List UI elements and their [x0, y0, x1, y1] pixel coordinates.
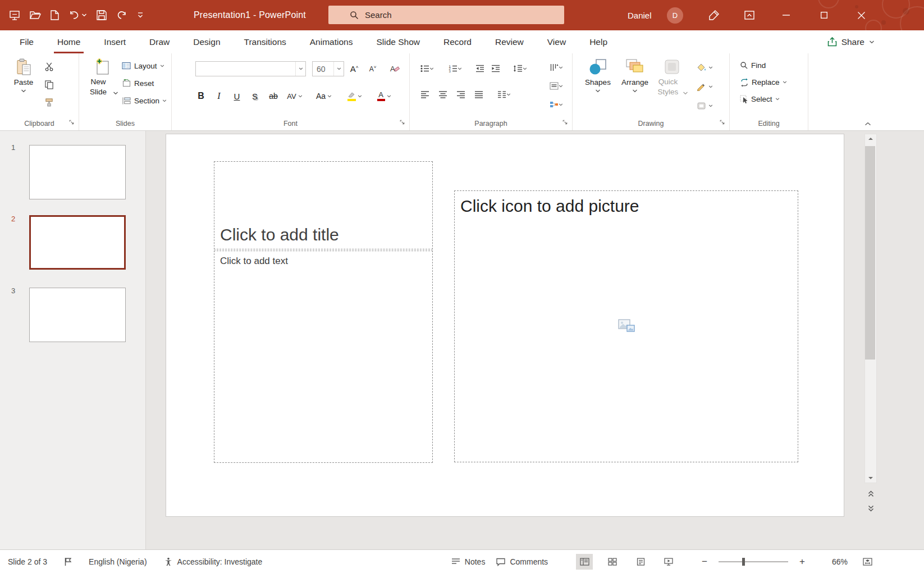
ribbon-display-options-button[interactable]: [736, 0, 763, 30]
reset-button[interactable]: Reset: [122, 76, 167, 90]
view-slide-sorter-button[interactable]: [604, 554, 621, 570]
powerpoint-app-icon[interactable]: [9, 10, 20, 21]
tab-transitions[interactable]: Transitions: [232, 30, 298, 53]
next-slide-button[interactable]: [864, 501, 877, 516]
shape-outline-button[interactable]: [693, 79, 716, 94]
bold-button[interactable]: B: [194, 88, 208, 104]
arrange-button[interactable]: Arrange: [619, 58, 651, 93]
paste-button[interactable]: Paste: [7, 58, 40, 93]
shape-effects-button[interactable]: [693, 98, 716, 113]
tab-draw[interactable]: Draw: [138, 30, 181, 53]
shape-fill-button[interactable]: [693, 60, 716, 75]
layout-button[interactable]: Layout: [122, 59, 167, 73]
align-center-button[interactable]: [436, 87, 450, 102]
view-normal-button[interactable]: [576, 554, 593, 570]
increase-font-size-button[interactable]: A˄: [347, 61, 362, 76]
font-name-dropdown-icon[interactable]: [295, 62, 305, 76]
tab-view[interactable]: View: [536, 30, 578, 53]
zoom-slider-thumb[interactable]: [742, 558, 745, 566]
tab-animations[interactable]: Animations: [298, 30, 365, 53]
new-file-icon[interactable]: [51, 10, 59, 20]
tab-help[interactable]: Help: [578, 30, 619, 53]
change-case-button[interactable]: Aa: [313, 88, 335, 104]
save-icon[interactable]: [97, 10, 107, 20]
tab-slide-show[interactable]: Slide Show: [364, 30, 432, 53]
share-button[interactable]: Share: [827, 30, 875, 53]
text-direction-button[interactable]: [546, 60, 566, 75]
text-highlight-color-button[interactable]: [344, 88, 366, 104]
slide-thumbnail-3[interactable]: [29, 288, 126, 342]
view-slideshow-button[interactable]: [660, 554, 677, 570]
zoom-in-button[interactable]: +: [799, 556, 805, 567]
notes-button[interactable]: Notes: [451, 557, 486, 566]
shapes-button[interactable]: Shapes: [582, 58, 614, 93]
scroll-up-button[interactable]: [864, 134, 877, 144]
close-button[interactable]: [843, 0, 880, 30]
line-spacing-button[interactable]: [510, 61, 530, 76]
scrollbar-thumb[interactable]: [865, 146, 875, 360]
slide-canvas[interactable]: Click to add title Click to add text Cli…: [166, 134, 844, 517]
previous-slide-button[interactable]: [864, 486, 877, 501]
text-shadow-button[interactable]: S: [248, 88, 262, 104]
columns-button[interactable]: [494, 87, 514, 102]
select-button[interactable]: Select: [740, 92, 787, 106]
zoom-out-button[interactable]: −: [702, 556, 707, 567]
clipboard-dialog-launcher-icon[interactable]: [68, 119, 75, 126]
scroll-down-button[interactable]: [864, 473, 877, 483]
tab-insert[interactable]: Insert: [92, 30, 138, 53]
font-name-combobox[interactable]: [195, 61, 306, 76]
view-reading-button[interactable]: [632, 554, 649, 570]
insert-picture-icon[interactable]: [618, 319, 635, 334]
replace-button[interactable]: Replace: [740, 75, 787, 89]
align-text-button[interactable]: [546, 79, 566, 93]
fit-slide-to-window-button[interactable]: [859, 554, 876, 570]
underline-button[interactable]: U: [230, 88, 244, 104]
convert-to-smartart-button[interactable]: [546, 97, 566, 112]
accessibility-status[interactable]: Accessibility: Investigate: [164, 557, 263, 566]
tab-file[interactable]: File: [8, 30, 45, 53]
tab-design[interactable]: Design: [181, 30, 232, 53]
drawing-dialog-launcher-icon[interactable]: [719, 119, 726, 126]
clear-formatting-button[interactable]: A: [387, 61, 402, 76]
comments-button[interactable]: Comments: [496, 557, 548, 566]
slide-thumbnail-1[interactable]: [29, 145, 126, 199]
maximize-button[interactable]: [805, 0, 843, 30]
quick-styles-button[interactable]: Quick Styles: [656, 58, 688, 97]
format-painter-button[interactable]: [42, 95, 56, 110]
undo-button[interactable]: [68, 11, 87, 20]
avatar[interactable]: D: [667, 7, 683, 24]
slide-indicator[interactable]: Slide 2 of 3: [8, 557, 47, 566]
font-dialog-launcher-icon[interactable]: [399, 119, 406, 126]
tab-home[interactable]: Home: [45, 30, 92, 53]
increase-indent-button[interactable]: [488, 61, 503, 76]
customize-qat-icon[interactable]: [137, 12, 144, 19]
proofing-flag-button[interactable]: [64, 557, 72, 566]
minimize-button[interactable]: [767, 0, 805, 30]
cut-button[interactable]: [42, 59, 56, 74]
copy-button[interactable]: [42, 77, 56, 92]
collapse-ribbon-button[interactable]: [864, 122, 871, 126]
open-file-icon[interactable]: [30, 11, 41, 20]
bullets-button[interactable]: [418, 61, 437, 76]
decrease-indent-button[interactable]: [473, 61, 487, 76]
ink-pen-button[interactable]: [701, 0, 728, 30]
justify-button[interactable]: [472, 87, 486, 102]
search-box[interactable]: Search: [328, 6, 564, 24]
font-color-button[interactable]: A: [373, 88, 395, 104]
font-size-dropdown-icon[interactable]: [333, 62, 344, 76]
body-text-placeholder[interactable]: Click to add text: [214, 251, 433, 463]
redo-icon[interactable]: [116, 10, 127, 20]
find-button[interactable]: Find: [740, 58, 787, 72]
strikethrough-button[interactable]: ab: [266, 88, 281, 104]
picture-placeholder[interactable]: Click icon to add picture: [454, 190, 798, 462]
paragraph-dialog-launcher-icon[interactable]: [561, 119, 569, 126]
language-status[interactable]: English (Nigeria): [89, 557, 147, 566]
align-right-button[interactable]: [454, 87, 468, 102]
align-left-button[interactable]: [418, 87, 432, 102]
slide-thumbnail-2[interactable]: [29, 215, 126, 270]
new-slide-button[interactable]: New Slide: [86, 58, 118, 97]
character-spacing-button[interactable]: AV: [284, 88, 305, 104]
italic-button[interactable]: I: [212, 88, 226, 104]
section-button[interactable]: Section: [122, 94, 167, 108]
zoom-slider[interactable]: [719, 561, 788, 562]
